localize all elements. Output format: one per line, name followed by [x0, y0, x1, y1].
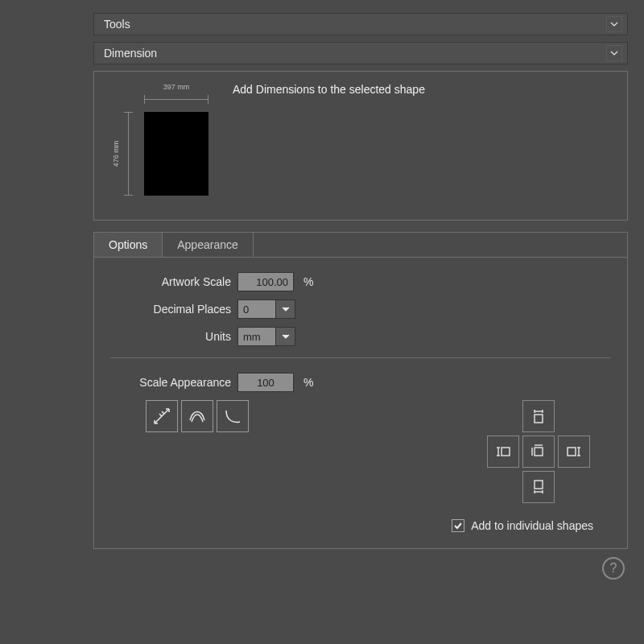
position-bottom-button[interactable]	[522, 471, 555, 503]
artwork-scale-unit: %	[300, 275, 313, 288]
arc-dimension-button[interactable]	[217, 400, 249, 432]
units-select[interactable]	[237, 327, 295, 346]
help-button[interactable]: ?	[602, 557, 625, 580]
chevron-down-icon	[606, 16, 622, 32]
add-individual-row: Add to individual shapes	[110, 519, 611, 532]
help-icon: ?	[610, 561, 617, 576]
help-row: ?	[93, 549, 628, 580]
tab-row: Options Appearance	[94, 233, 627, 258]
add-individual-label: Add to individual shapes	[471, 519, 593, 532]
svg-line-6	[162, 411, 164, 414]
artwork-scale-row: Artwork Scale %	[110, 272, 611, 291]
dimension-preview: 397 mm 476 mm	[105, 80, 218, 208]
scale-appearance-label: Scale Appearance	[110, 376, 231, 389]
linear-dimension-button[interactable]	[146, 400, 178, 432]
decimal-places-label: Decimal Places	[110, 303, 231, 316]
dimension-section-title: Dimension	[104, 47, 157, 60]
options-tab-body: Artwork Scale % Decimal Places Units	[94, 258, 627, 548]
svg-rect-11	[502, 448, 510, 456]
chevron-down-icon	[606, 45, 622, 61]
dimension-position-grid	[485, 400, 592, 506]
svg-rect-15	[535, 448, 543, 456]
preview-width-label: 397 mm	[144, 83, 208, 91]
curve-dimension-button[interactable]	[181, 400, 213, 432]
preview-width-line	[144, 99, 208, 100]
add-individual-checkbox[interactable]	[452, 519, 464, 532]
units-dropdown-button[interactable]	[276, 327, 295, 346]
artwork-scale-label: Artwork Scale	[110, 275, 231, 288]
svg-line-5	[159, 414, 162, 416]
decimal-places-dropdown-button[interactable]	[276, 299, 295, 319]
preview-description: Add Dimensions to the selected shape	[233, 80, 425, 96]
preview-height-label: 476 mm	[110, 112, 122, 196]
svg-rect-7	[535, 415, 543, 423]
dimension-panel: Tools Dimension 397 mm 476 mm Add Dimens…	[0, 0, 644, 596]
preview-rect	[144, 112, 208, 196]
options-tabs-container: Options Appearance Artwork Scale % Decim…	[93, 232, 628, 549]
preview-height-line	[128, 112, 129, 196]
position-top-button[interactable]	[522, 400, 555, 432]
options-divider	[110, 357, 611, 358]
dimension-preview-box: 397 mm 476 mm Add Dimensions to the sele…	[93, 71, 628, 221]
dimension-section-header[interactable]: Dimension	[93, 42, 628, 64]
tools-section-header[interactable]: Tools	[93, 13, 628, 35]
svg-rect-18	[568, 448, 576, 456]
position-left-button[interactable]	[487, 436, 519, 468]
position-right-button[interactable]	[558, 436, 590, 468]
dimension-tools-row	[110, 400, 611, 506]
artwork-scale-input[interactable]	[237, 272, 294, 291]
decimal-places-value[interactable]	[237, 299, 276, 319]
scale-appearance-input[interactable]	[237, 373, 294, 392]
svg-rect-22	[535, 481, 543, 489]
tab-options[interactable]: Options	[94, 233, 163, 257]
units-row: Units	[110, 327, 611, 346]
decimal-places-row: Decimal Places	[110, 299, 611, 319]
tab-appearance[interactable]: Appearance	[163, 233, 254, 257]
scale-appearance-unit: %	[300, 376, 313, 389]
tools-section-title: Tools	[104, 18, 130, 31]
dimension-type-buttons	[146, 400, 249, 432]
units-value[interactable]	[237, 327, 276, 346]
units-label: Units	[110, 330, 231, 343]
scale-appearance-row: Scale Appearance %	[110, 373, 611, 392]
position-center-button[interactable]	[522, 436, 555, 468]
decimal-places-select[interactable]	[237, 299, 295, 319]
